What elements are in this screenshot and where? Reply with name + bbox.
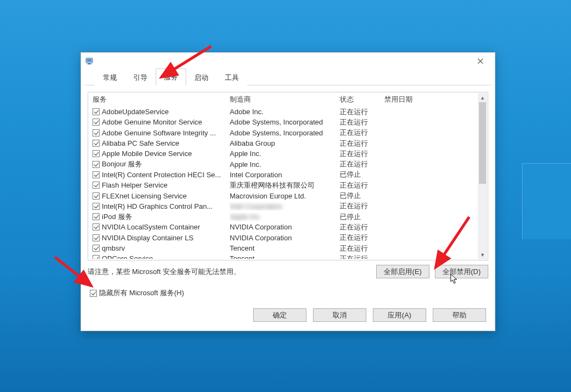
table-row[interactable]: qmbsrvTencent正在运行 [88, 243, 488, 253]
hide-ms-label[interactable]: 隐藏所有 Microsoft 服务(H) [99, 288, 184, 298]
service-status: 正在运行 [340, 222, 384, 232]
service-checkbox[interactable] [93, 234, 100, 241]
service-status: 正在运行 [340, 201, 384, 211]
col-service-header[interactable]: 服务 [93, 95, 230, 104]
service-checkbox[interactable] [93, 182, 100, 189]
table-row[interactable]: Flash Helper Service重庆重橙网络科技有限公司正在运行 [88, 180, 488, 190]
service-status: 正在运行 [340, 159, 384, 169]
hide-ms-row: 隐藏所有 Microsoft 服务(H) [88, 288, 488, 298]
service-manufacturer: NVIDIA Corporation [230, 234, 340, 242]
cancel-button[interactable]: 取消 [313, 308, 366, 322]
service-status: 正在运行 [340, 117, 384, 127]
table-row[interactable]: Apple Mobile Device ServiceApple Inc.正在运… [88, 148, 488, 159]
disable-all-button[interactable]: 全部禁用(D) [435, 265, 488, 278]
close-button[interactable] [470, 55, 490, 67]
help-button[interactable]: 帮助 [433, 308, 486, 322]
service-manufacturer: Intel Corporation [230, 171, 340, 179]
table-row[interactable]: Intel(R) HD Graphics Control Pan...Intel… [88, 201, 488, 211]
service-name: Apple Mobile Device Service [102, 150, 192, 158]
apply-button[interactable]: 应用(A) [373, 308, 426, 322]
service-name: Flash Helper Service [102, 181, 168, 189]
col-status-header[interactable]: 状态 [340, 95, 384, 104]
service-checkbox[interactable] [93, 119, 100, 126]
tab-content: 服务 制造商 状态 禁用日期 AdobeUpdateServiceAdobe I… [81, 85, 495, 304]
service-checkbox[interactable] [93, 161, 100, 168]
service-checkbox[interactable] [93, 129, 100, 136]
service-status: 已停止 [340, 212, 384, 222]
svg-rect-2 [88, 63, 90, 64]
tabstrip: 常规 引导 服务 启动 工具 [85, 69, 491, 85]
service-name: AdobeUpdateService [102, 108, 169, 116]
scroll-down-icon[interactable]: ▼ [478, 250, 487, 259]
service-checkbox[interactable] [93, 150, 100, 157]
service-checkbox[interactable] [93, 140, 100, 147]
scroll-thumb[interactable] [479, 102, 486, 184]
service-manufacturer: 重庆重橙网络科技有限公司 [230, 181, 340, 190]
service-name: Bonjour 服务 [102, 159, 142, 169]
table-row[interactable]: FLEXnet Licensing ServiceMacrovision Eur… [88, 190, 488, 201]
service-name: Adobe Genuine Software Integrity ... [102, 129, 216, 137]
hide-ms-checkbox[interactable] [90, 290, 97, 297]
service-checkbox[interactable] [93, 203, 100, 210]
table-row[interactable]: QPCore ServiceTencent正在运行 [88, 253, 488, 259]
service-manufacturer: Apple Inc. [230, 213, 340, 221]
ok-button[interactable]: 确定 [253, 308, 306, 322]
service-manufacturer: Adobe Inc. [230, 108, 340, 116]
service-checkbox[interactable] [93, 223, 100, 231]
service-manufacturer: Apple Inc. [230, 150, 340, 158]
titlebar[interactable] [81, 53, 495, 69]
list-body[interactable]: AdobeUpdateServiceAdobe Inc.正在运行Adobe Ge… [88, 107, 488, 259]
service-manufacturer: Adobe Systems, Incorporated [230, 118, 340, 126]
service-checkbox[interactable] [93, 245, 100, 252]
service-name: qmbsrv [102, 244, 125, 252]
service-status: 正在运行 [340, 107, 384, 117]
table-row[interactable]: NVIDIA LocalSystem ContainerNVIDIA Corpo… [88, 222, 488, 232]
tab-services[interactable]: 服务 [156, 69, 186, 85]
wallpaper-accent [522, 163, 571, 239]
service-manufacturer: Alibaba Group [230, 139, 340, 147]
table-row[interactable]: Bonjour 服务Apple Inc.正在运行 [88, 159, 488, 169]
table-row[interactable]: iPod 服务Apple Inc.已停止 [88, 211, 488, 222]
tab-boot[interactable]: 引导 [125, 69, 156, 85]
enable-all-button[interactable]: 全部启用(E) [376, 265, 429, 278]
table-row[interactable]: Adobe Genuine Software Integrity ...Adob… [88, 128, 488, 138]
list-header[interactable]: 服务 制造商 状态 禁用日期 [88, 92, 488, 107]
svg-rect-1 [87, 59, 92, 62]
service-status: 正在运行 [340, 181, 384, 190]
service-checkbox[interactable] [93, 255, 100, 259]
table-row[interactable]: Adobe Genuine Monitor ServiceAdobe Syste… [88, 117, 488, 127]
service-manufacturer: Macrovision Europe Ltd. [230, 192, 340, 200]
service-checkbox[interactable] [93, 171, 100, 178]
service-checkbox[interactable] [93, 192, 100, 200]
service-status: 已停止 [340, 170, 384, 179]
dialog-footer: 确定 取消 应用(A) 帮助 [253, 308, 486, 322]
service-status: 正在运行 [340, 233, 384, 242]
table-row[interactable]: Intel(R) Content Protection HECI Se...In… [88, 170, 488, 180]
table-row[interactable]: NVIDIA Display Container LSNVIDIA Corpor… [88, 233, 488, 243]
service-checkbox[interactable] [93, 213, 100, 220]
table-row[interactable]: AdobeUpdateServiceAdobe Inc.正在运行 [88, 107, 488, 117]
tab-tools[interactable]: 工具 [217, 69, 247, 85]
service-manufacturer: NVIDIA Corporation [230, 223, 340, 231]
service-name: QPCore Service [102, 254, 153, 259]
msconfig-window: 常规 引导 服务 启动 工具 服务 制造商 状态 禁用日期 AdobeUpdat… [81, 52, 495, 331]
service-status: 正在运行 [340, 244, 384, 253]
service-name: Adobe Genuine Monitor Service [102, 118, 202, 126]
note-text: 请注意，某些 Microsoft 安全服务可能无法禁用。 [88, 267, 376, 277]
tab-general[interactable]: 常规 [95, 69, 125, 85]
service-manufacturer: Apple Inc. [230, 160, 340, 169]
table-row[interactable]: Alibaba PC Safe ServiceAlibaba Group正在运行 [88, 138, 488, 148]
service-status: 正在运行 [340, 254, 384, 259]
scrollbar[interactable]: ▲ ▼ [478, 93, 487, 259]
service-name: NVIDIA LocalSystem Container [102, 223, 200, 231]
services-list[interactable]: 服务 制造商 状态 禁用日期 AdobeUpdateServiceAdobe I… [88, 92, 488, 260]
scroll-up-icon[interactable]: ▲ [478, 93, 487, 102]
col-mfr-header[interactable]: 制造商 [230, 95, 340, 104]
service-name: iPod 服务 [102, 212, 132, 222]
service-checkbox[interactable] [93, 108, 100, 115]
service-status: 正在运行 [340, 139, 384, 148]
tab-startup[interactable]: 启动 [186, 69, 217, 85]
service-name: FLEXnet Licensing Service [102, 192, 187, 200]
app-icon [85, 57, 94, 65]
col-date-header[interactable]: 禁用日期 [384, 95, 450, 104]
